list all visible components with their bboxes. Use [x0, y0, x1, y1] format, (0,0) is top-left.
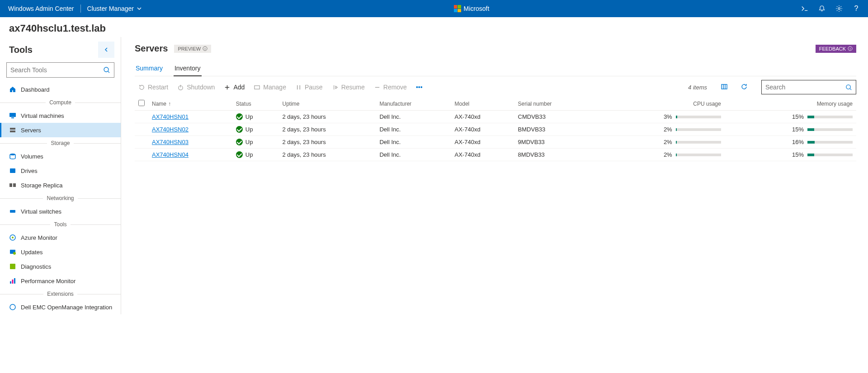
svg-point-14	[13, 252, 16, 255]
col-model[interactable]: Model	[451, 97, 514, 111]
table-search-input[interactable]	[765, 84, 845, 91]
svg-rect-17	[12, 280, 14, 284]
sidebar-item-dashboard[interactable]: Dashboard	[0, 82, 121, 97]
tab-inventory[interactable]: Inventory	[174, 62, 202, 76]
server-link[interactable]: AX740HSN03	[152, 139, 189, 145]
svg-point-19	[10, 304, 15, 310]
tools-search-input[interactable]	[10, 66, 103, 74]
col-name[interactable]: Name↑	[148, 97, 232, 111]
sidebar-item-storage-replica[interactable]: Storage Replica	[0, 178, 121, 192]
tab-summary[interactable]: Summary	[135, 62, 164, 76]
tools-search[interactable]	[6, 62, 114, 78]
sidebar-item-vm[interactable]: Virtual machines	[0, 108, 121, 123]
table-row[interactable]: AX740HSN02Up2 days, 23 hoursDell Inc.AX-…	[135, 123, 856, 136]
cell-manufacturer: Dell Inc.	[376, 149, 451, 161]
col-memory[interactable]: Memory usage	[725, 97, 856, 111]
table-row[interactable]: AX740HSN01Up2 days, 23 hoursDell Inc.AX-…	[135, 111, 856, 123]
server-link[interactable]: AX740HSN02	[152, 126, 189, 133]
table-row[interactable]: AX740HSN04Up2 days, 23 hoursDell Inc.AX-…	[135, 149, 856, 161]
table-search[interactable]	[761, 80, 856, 94]
azure-monitor-icon	[9, 234, 16, 241]
cell-uptime: 2 days, 23 hours	[279, 123, 376, 136]
collapse-sidebar-button[interactable]	[98, 42, 114, 58]
col-uptime[interactable]: Uptime	[279, 97, 376, 111]
group-extensions: Extensions	[0, 291, 121, 297]
shutdown-button[interactable]: Shutdown	[177, 84, 215, 91]
sidebar-item-volumes[interactable]: Volumes	[0, 149, 121, 163]
manage-button[interactable]: Manage	[254, 84, 286, 91]
sidebar-item-vswitches[interactable]: Virtual switches	[0, 204, 121, 219]
svg-rect-16	[10, 281, 11, 284]
sidebar-item-label: Storage Replica	[21, 182, 63, 189]
refresh-icon[interactable]	[739, 81, 750, 93]
help-icon[interactable]: ?	[853, 5, 860, 12]
updates-icon	[9, 248, 16, 256]
sidebar-item-drives[interactable]: Drives	[0, 163, 121, 178]
cpu-value: 2%	[660, 126, 672, 133]
remove-button[interactable]: Remove	[374, 84, 407, 91]
sidebar-item-dell-openmanage[interactable]: Dell EMC OpenManage Integration	[0, 300, 121, 314]
cpu-value: 2%	[660, 151, 672, 158]
feedback-button[interactable]: FEEDBACK	[816, 45, 856, 53]
table-row[interactable]: AX740HSN03Up2 days, 23 hoursDell Inc.AX-…	[135, 136, 856, 149]
server-link[interactable]: AX740HSN01	[152, 113, 189, 120]
items-count: 4 items	[688, 84, 707, 91]
add-button[interactable]: Add	[224, 84, 245, 91]
search-icon	[845, 84, 852, 91]
group-networking: Networking	[0, 195, 121, 201]
bell-icon[interactable]	[818, 5, 826, 12]
sidebar-item-servers[interactable]: Servers	[0, 123, 121, 137]
col-serial[interactable]: Serial number	[514, 97, 593, 111]
dell-icon	[9, 303, 16, 311]
memory-bar	[807, 116, 853, 118]
select-all-checkbox[interactable]	[138, 100, 145, 106]
sidebar-item-label: Drives	[21, 168, 38, 174]
cell-manufacturer: Dell Inc.	[376, 111, 451, 123]
svg-rect-7	[10, 168, 15, 173]
status-text: Up	[245, 126, 253, 133]
context-dropdown[interactable]: Cluster Manager	[87, 5, 142, 12]
sidebar-item-perfmon[interactable]: Performance Monitor	[0, 274, 121, 288]
col-cpu[interactable]: CPU usage	[593, 97, 724, 111]
context-label: Cluster Manager	[87, 5, 134, 12]
cell-manufacturer: Dell Inc.	[376, 123, 451, 136]
memory-value: 15%	[791, 126, 804, 133]
brand-label[interactable]: Windows Admin Center	[8, 5, 74, 12]
gear-icon[interactable]	[835, 5, 843, 12]
sidebar-item-label: Dell EMC OpenManage Integration	[21, 304, 112, 311]
server-link[interactable]: AX740HSN04	[152, 151, 189, 158]
resume-button[interactable]: Resume	[332, 84, 365, 91]
col-status[interactable]: Status	[232, 97, 279, 111]
home-icon	[9, 86, 16, 93]
more-button[interactable]: •••	[416, 84, 423, 91]
cpu-bar	[676, 141, 721, 144]
tabs: Summary Inventory	[135, 62, 856, 76]
svg-rect-2	[9, 113, 16, 117]
sidebar: Tools Dashboard Compute Virtual machines…	[0, 37, 121, 314]
columns-icon[interactable]	[719, 81, 730, 93]
tools-heading: Tools	[9, 45, 33, 55]
info-icon	[848, 46, 853, 51]
col-manufacturer[interactable]: Manufacturer	[376, 97, 451, 111]
powershell-icon[interactable]	[801, 5, 808, 12]
restart-button[interactable]: Restart	[138, 84, 168, 91]
memory-value: 16%	[791, 139, 804, 145]
pause-button[interactable]: Pause	[295, 84, 323, 91]
chevron-left-icon	[104, 47, 109, 52]
sidebar-item-label: Volumes	[21, 153, 43, 160]
sidebar-item-updates[interactable]: Updates	[0, 245, 121, 259]
cell-serial: BMDVB33	[514, 123, 593, 136]
cpu-value: 3%	[660, 113, 672, 120]
sidebar-item-diagnostics[interactable]: Diagnostics	[0, 259, 121, 274]
group-tools: Tools	[0, 221, 121, 228]
status-up-icon	[236, 126, 243, 133]
cell-serial: 9MDVB33	[514, 136, 593, 149]
status-up-icon	[236, 113, 243, 120]
svg-point-0	[838, 8, 840, 9]
status-up-icon	[236, 139, 243, 145]
preview-badge: PREVIEW	[174, 45, 211, 53]
cpu-bar	[676, 116, 721, 118]
status-text: Up	[245, 139, 253, 145]
sidebar-item-azure-monitor[interactable]: Azure Monitor	[0, 230, 121, 245]
main-title: Servers	[135, 43, 168, 54]
